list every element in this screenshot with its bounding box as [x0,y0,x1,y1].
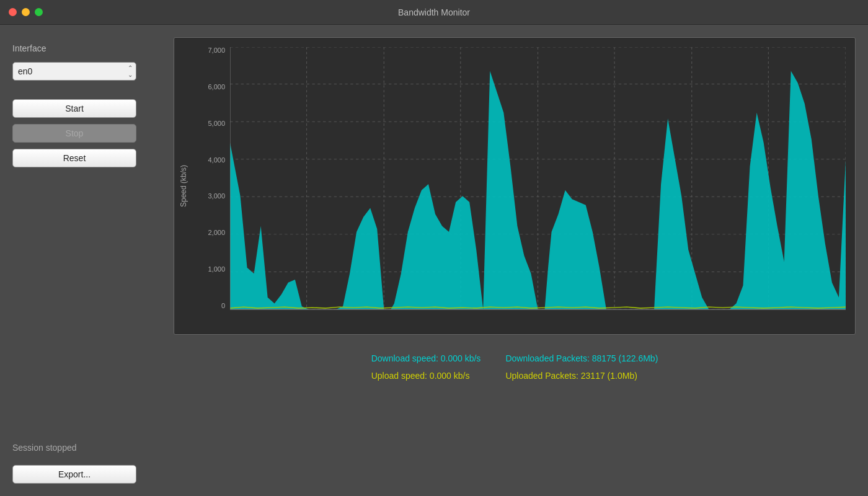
stop-button[interactable]: Stop [12,124,136,143]
export-button[interactable]: Export... [12,465,136,484]
tick-4000: 4,000 [193,157,230,164]
tick-3000: 3,000 [193,193,230,200]
chart-area [230,47,846,309]
chart-inner: 0 1,000 2,000 3,000 4,000 5,000 6,000 7,… [193,47,846,325]
window-title: Bandwidth Monitor [398,7,470,17]
stats-area: Download speed: 0.000 kb/s Upload speed:… [174,347,856,387]
traffic-lights [9,8,43,16]
chart-svg [230,47,846,309]
tick-2000: 2,000 [193,229,230,236]
upload-speed: Upload speed: 0.000 kb/s [371,371,481,381]
left-panel: Interface en0 en1 lo0 Start Stop Reset S… [12,37,161,484]
speed-stats: Download speed: 0.000 kb/s Upload speed:… [371,353,481,381]
interface-select[interactable]: en0 en1 lo0 [12,62,136,81]
tick-1000: 1,000 [193,266,230,273]
main-content: Interface en0 en1 lo0 Start Stop Reset S… [0,25,868,496]
close-button[interactable] [9,8,17,16]
maximize-button[interactable] [35,8,43,16]
interface-label: Interface [12,43,161,53]
start-button[interactable]: Start [12,99,136,118]
uploaded-packets: Uploaded Packets: 23117 (1.0Mb) [505,371,658,381]
tick-7000: 7,000 [193,47,230,54]
downloaded-packets: Downloaded Packets: 88175 (122.6Mb) [505,353,658,363]
tick-5000: 5,000 [193,120,230,127]
reset-button[interactable]: Reset [12,149,136,167]
tick-6000: 6,000 [193,84,230,91]
right-panel: Speed (kb/s) 0 1,000 2,000 3,000 4,000 5… [174,37,856,484]
titlebar: Bandwidth Monitor [0,0,868,25]
x-axis [230,309,846,325]
tick-0: 0 [193,303,230,309]
minimize-button[interactable] [22,8,30,16]
interface-select-wrapper[interactable]: en0 en1 lo0 [12,62,136,81]
download-speed: Download speed: 0.000 kb/s [371,353,481,363]
session-status: Session stopped [12,443,161,453]
y-axis-label: Speed (kb/s) [174,47,193,325]
packet-stats: Downloaded Packets: 88175 (122.6Mb) Uplo… [505,353,658,381]
chart-container: Speed (kb/s) 0 1,000 2,000 3,000 4,000 5… [174,37,856,335]
y-axis-ticks: 0 1,000 2,000 3,000 4,000 5,000 6,000 7,… [193,47,230,309]
